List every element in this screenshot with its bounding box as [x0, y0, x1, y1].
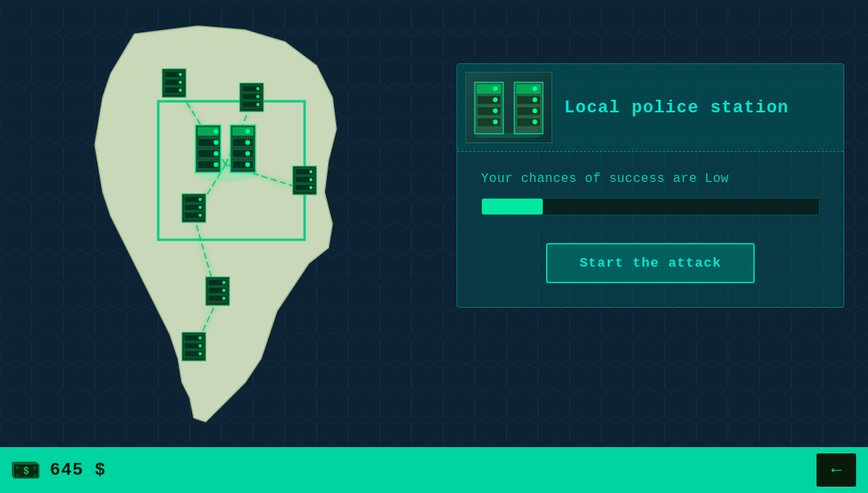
target-icon	[465, 72, 552, 143]
svg-point-46	[199, 336, 202, 339]
map-node-topleft	[162, 69, 186, 97]
svg-point-67	[245, 162, 250, 167]
svg-point-47	[199, 344, 202, 347]
svg-point-25	[309, 170, 313, 173]
svg-text:$: $	[23, 466, 28, 477]
svg-point-94	[33, 474, 36, 477]
map-node-lower	[206, 277, 229, 305]
bottom-bar: $ 645 $ ←	[0, 447, 868, 493]
svg-rect-60	[233, 127, 253, 135]
svg-point-74	[493, 97, 498, 102]
svg-point-66	[245, 151, 250, 156]
svg-point-33	[199, 206, 202, 209]
target-name: Local police station	[564, 98, 789, 118]
map-node-bottom	[182, 332, 206, 361]
money-section: $ 645 $	[12, 459, 106, 481]
svg-rect-62	[233, 150, 253, 157]
money-icon: $	[12, 459, 40, 481]
svg-point-64	[245, 129, 250, 134]
svg-point-19	[256, 95, 260, 98]
svg-point-93	[16, 474, 19, 477]
svg-point-12	[179, 81, 182, 84]
svg-point-58	[214, 162, 218, 167]
map-area	[0, 0, 411, 447]
panel-body: Your chances of success are Low Start th…	[457, 152, 843, 307]
svg-point-40	[222, 289, 226, 292]
svg-point-39	[222, 281, 226, 284]
panel-header: Local police station	[457, 64, 843, 152]
svg-point-48	[199, 352, 202, 355]
svg-point-84	[533, 108, 537, 113]
svg-point-65	[245, 140, 250, 145]
progress-bar-container	[481, 198, 820, 215]
svg-point-32	[199, 198, 202, 201]
svg-point-82	[533, 86, 537, 91]
map-node-right	[293, 166, 316, 195]
svg-point-91	[16, 466, 19, 469]
svg-rect-61	[233, 138, 253, 146]
svg-point-75	[493, 108, 498, 113]
chances-text: Your chances of success are Low	[481, 172, 820, 186]
svg-point-73	[493, 86, 498, 91]
svg-point-27	[309, 186, 313, 189]
svg-point-92	[33, 466, 36, 469]
svg-rect-63	[233, 161, 253, 169]
info-panel: Local police station Your chances of suc…	[457, 63, 844, 308]
back-arrow-icon: ←	[831, 461, 841, 480]
svg-point-83	[533, 97, 537, 102]
map-node-midleft	[182, 194, 206, 222]
back-button[interactable]: ←	[817, 453, 856, 487]
svg-point-11	[179, 73, 182, 76]
svg-point-57	[214, 151, 218, 156]
svg-point-55	[214, 129, 218, 134]
map-node-topright	[240, 83, 263, 112]
svg-point-20	[256, 103, 260, 106]
svg-point-41	[222, 297, 226, 300]
money-amount: 645 $	[50, 461, 106, 480]
svg-point-26	[309, 178, 313, 181]
svg-point-18	[256, 87, 260, 90]
svg-point-13	[179, 89, 182, 92]
svg-point-85	[533, 119, 537, 124]
south-america-map	[55, 18, 356, 430]
start-attack-button[interactable]: Start the attack	[546, 243, 754, 283]
svg-point-34	[199, 214, 202, 217]
progress-bar-fill	[482, 199, 543, 214]
svg-point-76	[493, 119, 498, 124]
svg-point-56	[214, 140, 218, 145]
